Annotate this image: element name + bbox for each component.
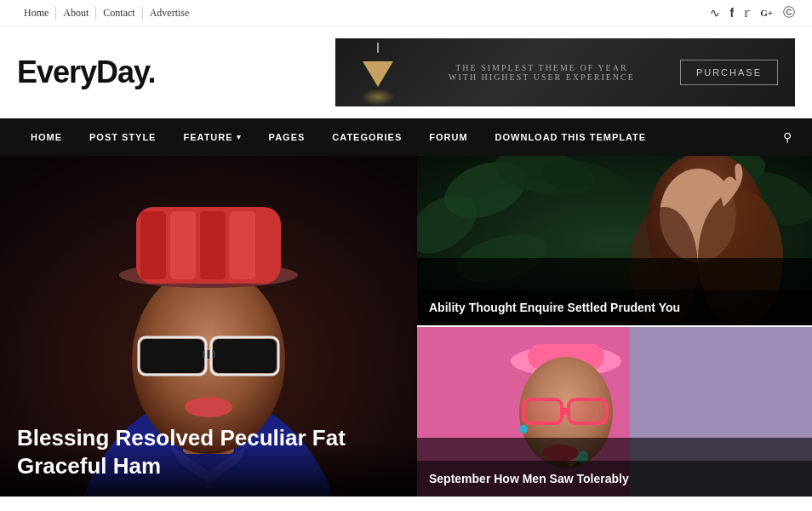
bottom-right-title: September How Men Saw Tolerably [429, 471, 800, 486]
nav-item-pages[interactable]: PAGES [255, 118, 319, 156]
banner-tagline-text: THE SIMPLEST THEME OF YEARWITH HIGHEST U… [412, 63, 672, 82]
search-icon[interactable]: ⚲ [780, 130, 795, 145]
nav-item-feature[interactable]: FEATURE ▾ [169, 118, 254, 156]
chevron-down-icon: ▾ [237, 133, 242, 141]
svg-rect-8 [170, 211, 196, 279]
banner-tagline: THE SIMPLEST THEME OF YEARWITH HIGHEST U… [403, 63, 680, 82]
nav-item-categories[interactable]: CATEGORIES [318, 118, 415, 156]
right-column: Ability Thought Enquire Settled Prudent … [417, 156, 812, 497]
top-right-article[interactable]: Ability Thought Enquire Settled Prudent … [417, 156, 812, 325]
twitter-icon[interactable]: 𝕣 [744, 6, 750, 20]
googleplus-icon[interactable]: G+ [760, 8, 773, 18]
main-feature-title: Blessing Resolved Peculiar Fat Graceful … [17, 424, 400, 479]
main-feature-article[interactable]: Blessing Resolved Peculiar Fat Graceful … [0, 156, 417, 497]
main-navigation: HOME POST STYLE FEATURE ▾ PAGES CATEGORI… [0, 118, 812, 156]
content-grid: Blessing Resolved Peculiar Fat Graceful … [0, 156, 812, 497]
purchase-button[interactable]: PURCHASE [680, 60, 778, 85]
lamp-light-icon [361, 89, 395, 106]
svg-rect-40 [569, 399, 607, 423]
top-navigation: Home About Contact Advertise [17, 7, 196, 20]
top-right-overlay: Ability Thought Enquire Settled Prudent … [417, 290, 812, 325]
lamp-shade-icon [363, 61, 393, 87]
site-logo[interactable]: EveryDay. [17, 55, 155, 90]
nav-item-download[interactable]: DOWNLOAD THIS TEMPLATE [482, 118, 660, 156]
svg-rect-13 [203, 350, 215, 359]
svg-rect-12 [213, 339, 277, 373]
nav-item-post-style[interactable]: POST STYLE [76, 118, 169, 156]
svg-point-43 [519, 425, 528, 433]
facebook-icon[interactable]: f [730, 6, 735, 20]
nav-item-home[interactable]: HOME [17, 118, 76, 156]
nav-about[interactable]: About [56, 7, 96, 20]
nav-item-forum[interactable]: FORUM [415, 118, 481, 156]
top-bar: Home About Contact Advertise ∿ f 𝕣 G+ ⓒ [0, 0, 812, 26]
nav-advertise[interactable]: Advertise [143, 7, 197, 20]
bottom-right-article[interactable]: September How Men Saw Tolerably [417, 327, 812, 497]
instagram-icon[interactable]: ⓒ [783, 5, 795, 20]
nav-contact[interactable]: Contact [96, 7, 142, 20]
svg-rect-7 [140, 211, 166, 279]
rss-icon[interactable]: ∿ [710, 6, 720, 20]
site-header: EveryDay. THE SIMPLEST THEME OF YEARWITH… [0, 26, 812, 118]
nav-home[interactable]: Home [17, 7, 56, 20]
social-icons: ∿ f 𝕣 G+ ⓒ [710, 5, 796, 20]
svg-rect-11 [140, 339, 204, 373]
main-feature-overlay: Blessing Resolved Peculiar Fat Graceful … [0, 407, 417, 497]
advertisement-banner[interactable]: THE SIMPLEST THEME OF YEARWITH HIGHEST U… [335, 38, 795, 106]
nav-items-container: HOME POST STYLE FEATURE ▾ PAGES CATEGORI… [17, 118, 780, 156]
lamp-decoration [352, 43, 403, 102]
top-right-title: Ability Thought Enquire Settled Prudent … [429, 300, 800, 315]
svg-rect-9 [200, 211, 226, 279]
svg-rect-39 [523, 399, 562, 423]
bottom-right-overlay: September How Men Saw Tolerably [417, 461, 812, 497]
svg-rect-10 [230, 211, 255, 279]
